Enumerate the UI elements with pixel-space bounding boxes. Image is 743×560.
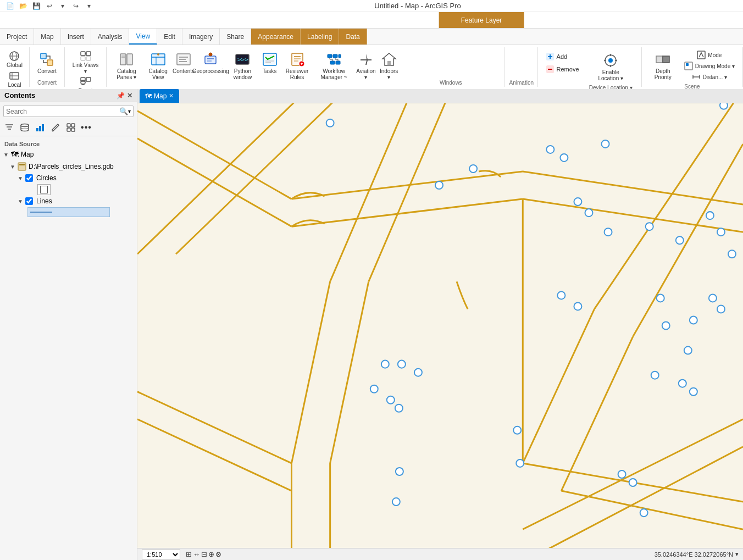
search-btn[interactable]: 🔍 <box>119 107 128 115</box>
global-btn[interactable]: Global <box>4 49 25 69</box>
search-input[interactable] <box>6 108 119 115</box>
qa-new-btn[interactable]: 📄 <box>4 1 15 12</box>
svg-point-76 <box>21 124 29 127</box>
svg-text:>>>: >>> <box>237 56 248 63</box>
search-dropdown-btn[interactable]: ▾ <box>128 108 131 114</box>
pin-btn[interactable]: 📌 <box>117 92 125 99</box>
tree-item-gdb[interactable]: ▼ D:\Parcels_circles_Lines.gdb <box>0 160 137 173</box>
feature-layer-tab[interactable]: Feature Layer <box>439 12 524 28</box>
tree-item-circles[interactable]: ▼ Circles <box>0 173 137 184</box>
contents-icon <box>176 52 191 67</box>
grid-btn[interactable] <box>64 120 78 135</box>
tab-map[interactable]: Map <box>34 29 60 45</box>
scale-selector[interactable]: 1:510 1:1000 1:5000 1:10000 <box>142 550 180 559</box>
catalog-view-label: Catalog View <box>147 68 169 80</box>
convert-label: Convert <box>37 68 57 74</box>
tab-insert[interactable]: Insert <box>61 29 91 45</box>
convert-btn[interactable]: Convert <box>34 49 60 76</box>
enable-location-btn[interactable]: Enable Location ▾ <box>589 51 633 84</box>
more-options-btn[interactable]: ••• <box>79 120 93 135</box>
svg-rect-84 <box>67 128 70 131</box>
overview-map-icon[interactable]: ⊟ <box>201 550 207 558</box>
qa-redo-btn[interactable]: ↪ <box>70 1 81 12</box>
catalog-panes-btn[interactable]: Catalog Panes ▾ <box>110 49 143 82</box>
svg-point-135 <box>717 305 725 313</box>
tab-project[interactable]: Project <box>0 29 34 45</box>
python-window-btn[interactable]: >>> Python window <box>227 49 258 82</box>
tree-item-map[interactable]: ▼ 🗺 Map <box>0 148 137 160</box>
tab-analysis[interactable]: Analysis <box>91 29 130 45</box>
circles-checkbox[interactable] <box>25 174 33 182</box>
sync-icon[interactable]: ↔ <box>193 550 200 558</box>
add-btn[interactable]: Add <box>542 51 583 63</box>
time-slider-icon[interactable]: ⊗ <box>215 550 221 558</box>
workflow-manager-btn[interactable]: Workflow Manager ~ <box>314 49 354 82</box>
drawing-mode-btn[interactable]: Drawing Mode ▾ <box>681 60 738 71</box>
tab-data[interactable]: Data <box>339 29 367 45</box>
geoprocessing-btn[interactable]: Geoprocessing <box>195 49 226 76</box>
geoprocessing-label: Geoprocessing <box>192 68 229 74</box>
svg-point-114 <box>326 119 334 127</box>
device-location-group: Add Remove Enable Location ▾ Device Loca… <box>538 47 642 87</box>
map-tab[interactable]: 🗺 Map ✕ <box>140 89 179 103</box>
mode-label: Mode <box>708 52 722 58</box>
contents-title: Contents <box>4 91 35 99</box>
tab-labeling[interactable]: Labeling <box>301 29 339 45</box>
svg-point-124 <box>646 223 653 230</box>
catalog-view-btn[interactable]: Catalog View <box>144 49 172 82</box>
qa-open-btn[interactable]: 📂 <box>18 1 29 12</box>
python-window-label: Python window <box>230 68 254 80</box>
contents-btn[interactable]: Contents <box>173 49 194 76</box>
status-right: 35.0246344°E 32.0272065°N ▾ <box>655 551 739 558</box>
link-views-btn[interactable]: Link Views ▾ <box>69 49 102 75</box>
close-panel-btn[interactable]: ✕ <box>127 92 132 99</box>
local-btn[interactable]: Local <box>6 69 24 89</box>
tree-section-label: Data Source <box>0 138 137 148</box>
app-title: Untitled - Map - ArcGIS Pro <box>97 2 739 10</box>
svg-point-132 <box>662 321 670 329</box>
svg-point-130 <box>574 302 581 310</box>
coordinates-dropdown[interactable]: ▾ <box>735 551 739 558</box>
local-label: Local <box>8 82 21 88</box>
contents-tree: Data Source ▼ 🗺 Map ▼ D:\Parcels_circles… <box>0 136 137 560</box>
enable-location-section: Enable Location ▾ Device Location ▾ <box>585 49 637 92</box>
tab-edit[interactable]: Edit <box>157 29 182 45</box>
qa-undo-arrow[interactable]: ▾ <box>57 1 68 12</box>
database-btn[interactable] <box>18 120 32 135</box>
tree-item-lines[interactable]: ▼ Lines <box>0 196 137 207</box>
tab-appearance[interactable]: Appearance <box>251 29 301 45</box>
map-canvas[interactable] <box>137 103 743 548</box>
map-tab-close[interactable]: ✕ <box>169 92 174 99</box>
svg-point-26 <box>157 53 159 56</box>
svg-point-147 <box>516 459 524 467</box>
lines-label: Lines <box>36 197 132 205</box>
svg-point-142 <box>651 372 659 379</box>
global-icon <box>9 51 20 62</box>
tab-imagery[interactable]: Imagery <box>182 29 220 45</box>
chart-btn[interactable] <box>33 120 47 135</box>
lines-checkbox[interactable] <box>25 197 33 205</box>
tab-share[interactable]: Share <box>220 29 251 45</box>
remove-btn[interactable]: Remove <box>542 63 583 75</box>
mode-btn[interactable]: Mode <box>694 49 725 60</box>
aviation-btn[interactable]: Aviation ▾ <box>355 49 377 82</box>
indoors-label: Indoors ▾ <box>380 68 398 80</box>
depth-priority-icon <box>655 52 670 67</box>
zoom-extent-icon[interactable]: ⊞ <box>186 550 192 558</box>
lines-arrow: ▼ <box>18 198 23 204</box>
edit-btn[interactable] <box>48 120 63 135</box>
tab-view[interactable]: View <box>129 29 157 45</box>
qa-more-btn[interactable]: ▾ <box>84 1 95 12</box>
distance-btn[interactable]: Distan... ▾ <box>689 71 730 82</box>
indoors-btn[interactable]: Indoors ▾ <box>378 49 400 82</box>
svg-point-146 <box>513 426 521 434</box>
qa-save-btn[interactable]: 💾 <box>31 1 42 12</box>
status-icons: ⊞ ↔ ⊟ ⊕ ⊗ <box>186 550 221 558</box>
tasks-btn[interactable]: Tasks <box>259 49 280 76</box>
depth-priority-btn[interactable]: Depth Priority <box>646 49 680 82</box>
qa-undo-btn[interactable]: ↩ <box>44 1 55 12</box>
filter-btn[interactable] <box>2 120 16 135</box>
reviewer-rules-btn[interactable]: Reviewer Rules <box>281 49 313 82</box>
magnify-icon[interactable]: ⊕ <box>208 550 214 558</box>
contents-toolbar: ••• <box>0 119 137 136</box>
